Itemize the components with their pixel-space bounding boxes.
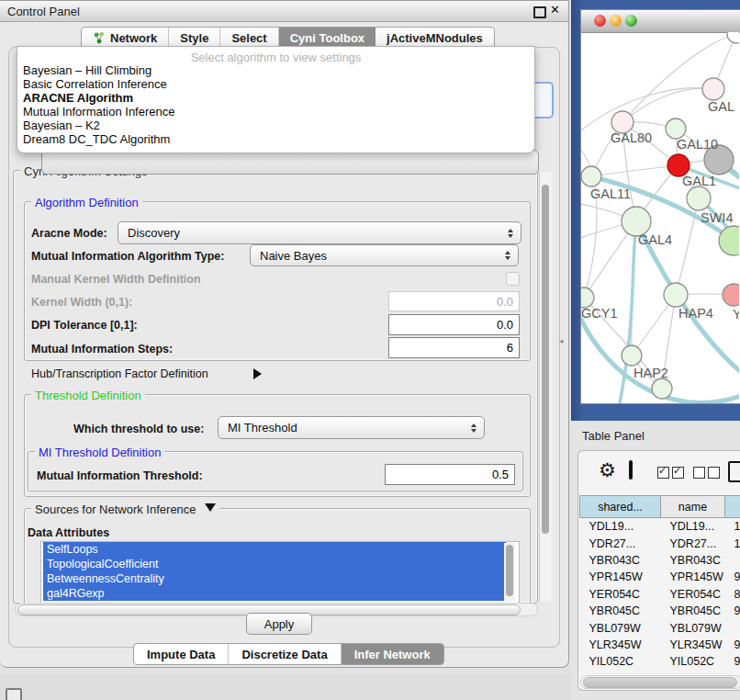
table-cell[interactable]: YBL079W	[580, 619, 661, 636]
kernel-width-field[interactable]: 0.0	[388, 291, 520, 311]
mi-steps-field[interactable]: 6	[388, 337, 520, 358]
table-horizontal-scrollbar[interactable]	[580, 675, 740, 689]
network-node[interactable]	[723, 284, 739, 306]
table-row[interactable]: YBL079WYBL079W	[580, 619, 740, 636]
mi-type-combobox[interactable]: Naive Bayes	[250, 244, 519, 266]
table-row[interactable]: YIL052CYIL052C9	[580, 653, 740, 670]
table-cell[interactable]: YER054C	[580, 586, 661, 603]
zoom-traffic-light-icon[interactable]	[625, 15, 637, 27]
split-columns-icon[interactable]	[629, 460, 633, 480]
deselect-all-checkboxes-icon[interactable]	[693, 466, 720, 482]
network-node[interactable]	[702, 78, 724, 100]
network-window-titlebar[interactable]	[581, 10, 740, 33]
scrollbar-thumb[interactable]	[506, 545, 513, 596]
network-node[interactable]	[581, 288, 594, 308]
table-cell[interactable]: 9	[725, 653, 740, 670]
data-attributes-list[interactable]: SelfLoopsTopologicalCoefficientBetweenne…	[40, 541, 520, 604]
new-table-icon[interactable]	[728, 461, 740, 482]
table-cell[interactable]: 9.	[725, 637, 740, 653]
tab-network[interactable]: Network	[82, 28, 169, 48]
dropdown-item[interactable]: Basic Correlation Inference	[17, 78, 534, 92]
table-row[interactable]: YER054CYER054C8.	[580, 586, 740, 603]
table-row[interactable]: YDR27...YDR27...12	[580, 535, 740, 551]
table-cell[interactable]: 9.	[725, 603, 740, 619]
close-traffic-light-icon[interactable]	[594, 15, 606, 27]
network-canvas[interactable]: GALGAL80GAL10GAL1GAL11SWI4GAL4GCY1HAP4YH…	[581, 32, 739, 403]
collapse-arrow-icon[interactable]	[205, 503, 216, 512]
table-cell[interactable]: YLR345W	[580, 637, 661, 653]
tab-infer-network[interactable]: Infer Network	[342, 644, 443, 664]
table-cell[interactable]: YIL052C	[661, 653, 725, 670]
table-row[interactable]: YPR145WYPR145W9.	[580, 569, 740, 585]
manual-kernel-checkbox[interactable]	[506, 272, 520, 286]
dropdown-item[interactable]: Bayesian – K2	[17, 119, 534, 133]
table-row[interactable]: YBR043CYBR043C	[580, 552, 740, 569]
network-node[interactable]	[727, 32, 739, 43]
settings-gear-icon[interactable]: ⚙	[599, 459, 616, 481]
settings-vertical-scrollbar[interactable]	[539, 172, 552, 602]
table-cell[interactable]: YBR045C	[661, 603, 725, 619]
tab-cyni-toolbox[interactable]: Cyni Toolbox	[279, 28, 376, 48]
column-header-name[interactable]: name	[661, 496, 725, 518]
scrollbar-thumb[interactable]	[583, 677, 737, 688]
attribute-list-item[interactable]: TopologicalCoefficient	[43, 557, 506, 571]
attributes-scrollbar[interactable]	[504, 543, 515, 601]
network-node[interactable]	[687, 186, 711, 210]
collapsed-panel-icon[interactable]	[6, 688, 22, 700]
table-cell[interactable]: 13	[725, 518, 740, 536]
column-header-shared-name[interactable]: shared...	[580, 496, 661, 518]
table-cell[interactable]: YDR27...	[661, 535, 725, 551]
network-node[interactable]	[652, 378, 672, 399]
table-cell[interactable]: YDR27...	[580, 535, 661, 551]
tab-jactivemnodules[interactable]: jActiveMNodules	[376, 28, 494, 48]
table-cell[interactable]: YPR145W	[661, 569, 725, 585]
dropdown-item[interactable]: Mutual Information Inference	[17, 106, 534, 119]
table-row[interactable]: YDL19...YDL19...13	[580, 518, 740, 536]
attribute-list-item[interactable]: BetweennessCentrality	[43, 571, 506, 586]
column-header-partial[interactable]	[725, 496, 740, 518]
table-cell[interactable]: YBR045C	[580, 603, 661, 619]
table-cell[interactable]: YIL052C	[580, 653, 661, 670]
sources-group-title[interactable]: Sources for Network Inference	[31, 502, 219, 516]
table-row[interactable]: YLR345WYLR345W9.	[580, 637, 740, 653]
mi-threshold-field[interactable]: 0.5	[385, 464, 515, 485]
hub-definition-label[interactable]: Hub/Transcription Factor Definition	[31, 367, 208, 380]
table-cell[interactable]: YDL19...	[580, 518, 661, 536]
close-icon[interactable]: ✕	[550, 3, 560, 17]
dpi-tolerance-field[interactable]: 0.0	[388, 314, 520, 335]
network-node[interactable]	[666, 119, 686, 139]
attribute-list-item[interactable]: gal4RGexp	[43, 586, 506, 601]
control-panel-titlebar[interactable]: Control Panel ✕	[0, 1, 568, 22]
tab-select[interactable]: Select	[220, 28, 278, 48]
aracne-mode-combobox[interactable]: Discovery	[118, 221, 521, 244]
dropdown-item[interactable]: Bayesian – Hill Climbing	[17, 64, 534, 78]
restore-icon[interactable]	[533, 6, 546, 18]
table-cell[interactable]: 12	[725, 535, 740, 551]
apply-button[interactable]: Apply	[246, 613, 312, 635]
network-node[interactable]	[581, 166, 601, 186]
dropdown-item[interactable]: Dream8 DC_TDC Algorithm	[17, 133, 534, 147]
tab-impute-data[interactable]: Impute Data	[134, 644, 229, 664]
network-node[interactable]	[664, 283, 688, 307]
table-cell[interactable]: YBR043C	[661, 552, 725, 569]
table-cell[interactable]: YBL079W	[661, 619, 725, 636]
which-threshold-combobox[interactable]: MI Threshold	[218, 416, 485, 439]
select-all-checkboxes-icon[interactable]	[657, 466, 684, 482]
network-node[interactable]	[622, 345, 642, 366]
table-cell[interactable]: YDL19...	[661, 518, 725, 536]
table-cell[interactable]	[725, 552, 740, 569]
table-cell[interactable]: 9.	[725, 569, 740, 585]
table-row[interactable]: YBR045CYBR045C9.	[580, 603, 740, 619]
table-cell[interactable]: YER054C	[661, 586, 725, 603]
expand-arrow-icon[interactable]	[253, 368, 262, 379]
table-cell[interactable]	[725, 619, 740, 636]
table-cell[interactable]: YLR345W	[661, 637, 725, 653]
network-view-window[interactable]: GALGAL80GAL10GAL1GAL11SWI4GAL4GCY1HAP4YH…	[580, 9, 740, 404]
node-table[interactable]: shared... name YDL19...YDL19...13YDR27..…	[579, 495, 740, 671]
table-cell[interactable]: YPR145W	[580, 569, 661, 585]
panel-collapse-handle[interactable]: ◂	[559, 336, 566, 346]
table-cell[interactable]: YBR043C	[580, 552, 661, 569]
table-cell[interactable]: 8.	[725, 586, 740, 603]
dropdown-item[interactable]: ARACNE Algorithm	[17, 92, 534, 106]
tab-discretize-data[interactable]: Discretize Data	[229, 644, 341, 664]
